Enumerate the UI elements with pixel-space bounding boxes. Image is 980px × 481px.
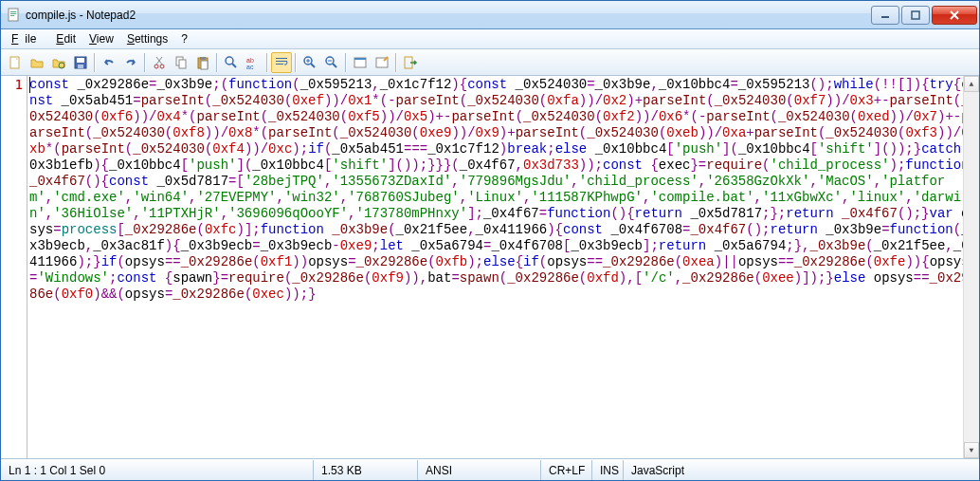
svg-rect-9	[77, 58, 84, 63]
status-lang[interactable]: JavaScript	[624, 460, 979, 480]
undo-button[interactable]	[99, 52, 119, 73]
zoomout-button[interactable]	[321, 52, 342, 73]
code-token: _0x524030	[340, 125, 412, 140]
code-token: ))	[245, 141, 261, 157]
code-token: while	[834, 77, 874, 92]
minimize-button[interactable]	[871, 6, 899, 25]
code-token: ,	[460, 190, 467, 205]
code-token: parseInt	[890, 93, 953, 108]
code-token: 'child_process'	[579, 174, 699, 189]
code-token: +-	[874, 93, 890, 108]
code-token: 0x2	[603, 93, 626, 108]
code-token: );	[890, 157, 906, 173]
code-token: _0x10bbc4	[252, 157, 324, 173]
code-token: (	[117, 287, 124, 302]
code-token: ,	[372, 77, 379, 92]
code-token: _0x29286e	[682, 270, 754, 286]
code-token: _0x29286e	[603, 254, 675, 269]
copy-button[interactable]	[171, 52, 191, 73]
code-token: return	[635, 206, 682, 221]
code-token: else	[834, 270, 866, 286]
status-position[interactable]: Ln 1 : 1 Col 1 Sel 0	[1, 460, 314, 480]
code-token: ](	[236, 157, 252, 173]
titlebar[interactable]: compile.js - Notepad2	[1, 1, 979, 29]
scroll-down-button[interactable]: ▼	[964, 442, 979, 458]
code-token: _0x5a6794	[404, 238, 483, 253]
code-token: {	[460, 77, 467, 92]
code-token: =	[587, 77, 594, 92]
code-token: ))	[937, 125, 953, 140]
redo-button[interactable]	[120, 52, 141, 73]
status-encoding[interactable]: ANSI	[418, 460, 541, 480]
code-token: _0x524030	[523, 109, 595, 124]
code-token: const	[467, 77, 507, 92]
scroll-track[interactable]	[964, 92, 979, 442]
code-token: 0xf2	[603, 109, 635, 124]
svg-rect-22	[276, 61, 287, 62]
status-size[interactable]: 1.53 KB	[314, 460, 418, 480]
open-button[interactable]	[27, 52, 47, 73]
code-token: '26358GzOkXk'	[706, 174, 809, 189]
code-token: +	[507, 125, 515, 140]
close-button[interactable]	[932, 6, 977, 25]
code-token: catch	[921, 141, 961, 157]
code-token: =	[539, 206, 547, 221]
separator	[345, 53, 347, 72]
browse-button[interactable]	[48, 52, 69, 73]
code-token: )	[499, 141, 507, 157]
code-token: ,	[516, 157, 523, 173]
code-token: 0x5	[404, 109, 427, 124]
code-token: 0xf5	[348, 109, 380, 124]
code-token: parseInt	[706, 109, 770, 124]
code-area[interactable]: const _0x29286e=_0x3b9e;(function(_0x595…	[27, 76, 979, 458]
menu-edit[interactable]: Edit	[49, 30, 82, 47]
code-token: _0x10bbc4	[738, 141, 810, 157]
new-button[interactable]	[5, 52, 26, 73]
code-token: ();	[746, 222, 770, 237]
menu-settings[interactable]: Settings	[120, 30, 174, 47]
code-token: [	[181, 157, 189, 173]
code-token: opsys	[865, 270, 913, 286]
replace-button[interactable]: abac	[243, 52, 263, 73]
code-token: _0x10bbc4	[109, 157, 181, 173]
code-token: 0x1	[348, 93, 372, 108]
status-insert[interactable]: INS	[592, 460, 624, 480]
cut-button[interactable]	[149, 52, 170, 73]
code-token: 0xfb	[436, 254, 468, 269]
code-token: parseInt	[196, 109, 260, 124]
menu-help[interactable]: ?	[174, 30, 194, 47]
vertical-scrollbar[interactable]: ▲ ▼	[963, 76, 979, 458]
code-token: (	[53, 141, 61, 157]
maximize-button[interactable]	[901, 6, 930, 25]
code-token: (	[93, 109, 100, 124]
menu-view[interactable]: View	[82, 30, 120, 47]
wordwrap-button[interactable]	[271, 52, 292, 73]
code-token: (	[850, 109, 858, 124]
code-token: '11PTXHjR'	[141, 206, 221, 221]
code-token: ,	[348, 206, 355, 221]
code-token: ==	[914, 270, 930, 286]
scheme-button[interactable]	[350, 52, 371, 73]
code-token: 'win64'	[133, 190, 189, 205]
code-token: ==	[587, 254, 603, 269]
scroll-up-button[interactable]: ▲	[964, 76, 979, 92]
find-button[interactable]	[221, 52, 242, 73]
code-token: /	[467, 125, 475, 140]
editor[interactable]: 1 const _0x29286e=_0x3b9e;(function(_0x5…	[1, 76, 979, 459]
code-token: ))	[292, 254, 308, 269]
code-token: (	[706, 93, 714, 108]
code-token: /	[842, 93, 849, 108]
code-token: _0x3b9e	[595, 77, 651, 92]
zoomin-button[interactable]	[299, 52, 320, 73]
code-token: _0x4f6708	[603, 222, 682, 237]
status-eol[interactable]: CR+LF	[541, 460, 592, 480]
paste-button[interactable]	[192, 52, 213, 73]
menu-file[interactable]: File	[5, 30, 49, 47]
save-button[interactable]	[70, 52, 91, 73]
code-token: ]());}	[874, 141, 921, 157]
code-token: 'shift'	[818, 141, 874, 157]
code-token: 0xf0	[62, 287, 94, 302]
code-token: return	[659, 238, 706, 253]
customize-button[interactable]	[372, 52, 392, 73]
exit-button[interactable]	[400, 52, 421, 73]
